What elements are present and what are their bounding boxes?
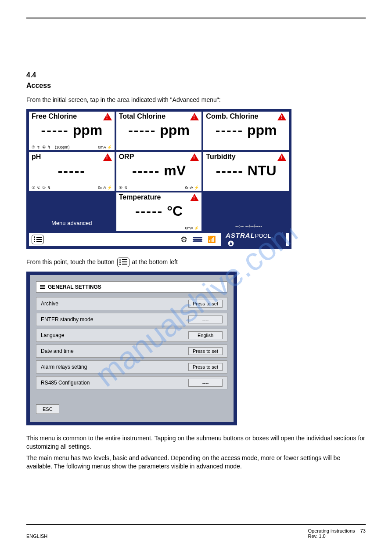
- settings-row-rs485: RS485 Configuration ----: [36, 376, 227, 389]
- settings-screenshot: GENERAL SETTINGS Archive Press to set EN…: [26, 272, 237, 425]
- settings-label: Alarm relays setting: [41, 364, 87, 370]
- gear-icon[interactable]: [180, 235, 187, 244]
- tile-free-chlorine[interactable]: Free Chlorine ----- ppm ③↯ ④↯ (10ppm) 0m…: [28, 111, 115, 151]
- clock-text: --:-- --/--/----: [206, 223, 291, 229]
- ma-indicator: 0mA: [98, 145, 112, 149]
- ma-indicator: 0mA: [98, 185, 112, 190]
- tile-temperature[interactable]: Temperature ----- °C 0mA: [115, 192, 203, 232]
- settings-row-language: Language English: [36, 329, 227, 342]
- settings-button[interactable]: Press to set: [188, 300, 223, 308]
- esc-button[interactable]: ESC: [36, 404, 59, 414]
- tile-title: Temperature: [119, 193, 199, 201]
- bottom-toolbar: ASTRALPOOL: [28, 232, 290, 247]
- section-intro: From the initial screen, tap in the area…: [26, 96, 366, 105]
- dashboard-screenshot: Free Chlorine ----- ppm ③↯ ④↯ (10ppm) 0m…: [26, 109, 291, 249]
- tile-clock: --:-- --/--/----: [202, 192, 290, 232]
- tile-comb-chlorine[interactable]: Comb. Chlorine ----- ppm: [202, 111, 290, 151]
- brand-logo: ASTRALPOOL: [221, 230, 286, 248]
- tile-title: Turbidity: [206, 153, 286, 161]
- ma-indicator: 0mA: [185, 226, 199, 230]
- hamburger-icon: [40, 285, 45, 289]
- tile-reading: ----- mV: [119, 163, 199, 179]
- tile-title: pH: [32, 153, 112, 161]
- settings-panel-title: GENERAL SETTINGS: [36, 281, 227, 293]
- tile-ph[interactable]: pH ----- ①↯ ②↯ 0mA: [28, 151, 115, 192]
- relay-indicators: ③↯ ④↯ (10ppm): [32, 145, 70, 149]
- end-paragraph-1: This menu is common to the entire instru…: [26, 434, 366, 451]
- alert-icon: [190, 153, 199, 161]
- tile-title: Free Chlorine: [32, 112, 112, 120]
- relay-indicators: ⑤↯: [119, 185, 128, 190]
- settings-button[interactable]: Press to set: [188, 347, 223, 355]
- menu-list-icon: [117, 258, 129, 267]
- tile-total-chlorine[interactable]: Total Chlorine ----- ppm: [115, 111, 203, 151]
- tile-reading: ----- NTU: [206, 163, 286, 179]
- section-number: 4.4: [26, 71, 366, 79]
- alert-icon: [103, 153, 112, 161]
- tile-reading: ----- ppm: [32, 122, 112, 138]
- settings-label: Archive: [41, 301, 58, 307]
- tile-reading: ----- °C: [119, 203, 199, 219]
- section-title: Access: [26, 82, 366, 90]
- waves-icon[interactable]: [193, 237, 202, 242]
- end-paragraph-2: The main menu has two levels, basic and …: [26, 454, 366, 471]
- tile-reading: -----: [32, 163, 112, 179]
- settings-row-standby: ENTER standby mode ----: [36, 313, 227, 326]
- alert-icon: [277, 113, 286, 120]
- tile-reading: ----- ppm: [206, 122, 286, 138]
- tile-title: Total Chlorine: [119, 112, 199, 120]
- alert-icon: [190, 194, 199, 201]
- alert-icon: [190, 113, 199, 120]
- alert-icon: [103, 113, 112, 120]
- relay-indicators: ①↯ ②↯: [32, 185, 51, 190]
- settings-row-archive: Archive Press to set: [36, 297, 227, 310]
- settings-button[interactable]: ----: [188, 316, 223, 323]
- settings-label: Date and time: [41, 348, 74, 354]
- footer-left: ENGLISH: [26, 533, 47, 539]
- menu-list-icon[interactable]: [32, 235, 44, 244]
- tile-reading: ----- ppm: [119, 122, 199, 138]
- top-rule: [26, 18, 366, 18]
- wifi-icon[interactable]: [208, 236, 216, 243]
- tile-turbidity[interactable]: Turbidity ----- NTU: [202, 151, 290, 192]
- tile-orp[interactable]: ORP ----- mV ⑤↯ 0mA: [115, 151, 203, 192]
- settings-row-alarm: Alarm relays setting Press to set: [36, 360, 227, 374]
- settings-button[interactable]: Press to set: [188, 363, 223, 371]
- settings-label: ENTER standby mode: [41, 316, 93, 323]
- tile-title: Comb. Chlorine: [206, 112, 286, 120]
- settings-button[interactable]: ----: [188, 379, 223, 387]
- settings-label: Language: [41, 332, 64, 338]
- mid-instruction: From this point, touch the button at the…: [26, 258, 366, 267]
- ma-indicator: 0mA: [185, 185, 199, 190]
- menu-advanced-label: Menu advanced: [32, 193, 112, 226]
- tile-title: ORP: [119, 153, 199, 161]
- settings-label: RS485 Configuration: [41, 380, 90, 386]
- settings-button[interactable]: English: [188, 331, 223, 339]
- page-footer: ENGLISH Operating instructions 73 Rev. 1…: [26, 524, 366, 539]
- tile-menu-advanced[interactable]: Menu advanced: [28, 192, 115, 232]
- settings-row-datetime: Date and time Press to set: [36, 345, 227, 358]
- alert-icon: [277, 153, 286, 161]
- footer-right: Operating instructions 73 Rev. 1.0: [308, 528, 366, 539]
